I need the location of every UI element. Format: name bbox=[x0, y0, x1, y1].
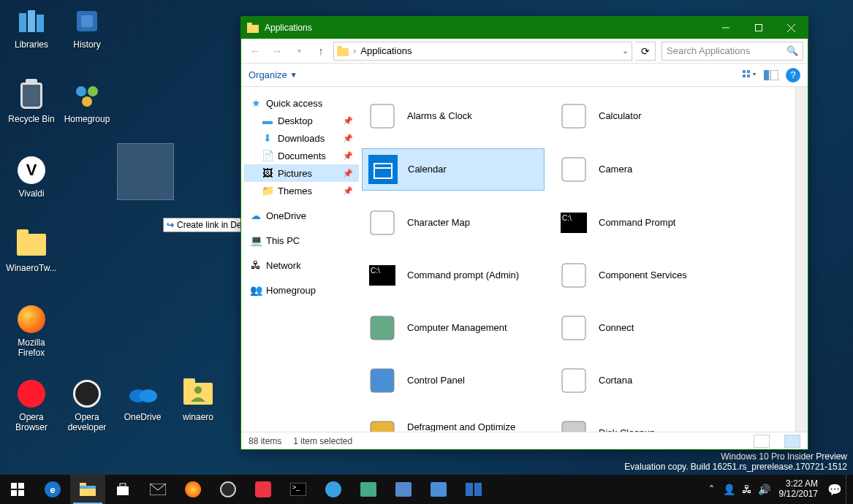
nav-onedrive[interactable]: ☁ OneDrive bbox=[244, 207, 359, 224]
address-bar[interactable]: › Applications ⌄ bbox=[333, 42, 632, 61]
large-icons-view-button[interactable] bbox=[784, 435, 800, 448]
search-input[interactable]: Search Applications 🔍 bbox=[661, 42, 803, 61]
content-area[interactable]: Alarms & ClockCalculatorCalendarCameraCh… bbox=[362, 87, 795, 432]
app-item[interactable]: Component Services bbox=[553, 255, 736, 296]
tray-people[interactable]: 👤 bbox=[721, 484, 738, 495]
desktop-icon-opera[interactable]: Opera Browser bbox=[6, 377, 57, 433]
svg-rect-24 bbox=[770, 70, 778, 80]
app-icon bbox=[368, 366, 397, 395]
taskbar-edge[interactable]: e bbox=[35, 475, 70, 504]
taskbar-mail[interactable] bbox=[140, 475, 175, 504]
app-item[interactable]: C:\Command prompt (Admin) bbox=[362, 255, 545, 296]
documents-icon: 📄 bbox=[262, 150, 273, 161]
tray-volume-icon[interactable]: 🔊 bbox=[756, 484, 773, 495]
app-label: Defragment and Optimize Drives bbox=[407, 421, 539, 432]
svg-rect-44 bbox=[11, 490, 17, 496]
desktop-icon-firefox[interactable]: Mozilla Firefox bbox=[6, 302, 57, 359]
desktop-icon: ▬ bbox=[262, 115, 273, 126]
desktop-icon-history[interactable]: History bbox=[61, 4, 113, 50]
search-icon[interactable]: 🔍 bbox=[786, 45, 798, 56]
show-desktop-button[interactable] bbox=[846, 475, 850, 504]
desktop-icon-winaerotw[interactable]: WinaeroTw... bbox=[6, 228, 57, 273]
organize-menu[interactable]: Organize▼ bbox=[249, 69, 297, 80]
svg-rect-33 bbox=[371, 316, 394, 340]
taskbar-opera[interactable] bbox=[211, 475, 246, 504]
app-item[interactable]: Calendar bbox=[362, 148, 545, 191]
app-item[interactable]: Computer Management bbox=[362, 308, 545, 348]
app-item[interactable]: Defragment and Optimize Drives bbox=[362, 413, 545, 432]
start-button[interactable] bbox=[0, 475, 35, 504]
app-item[interactable]: Connect bbox=[553, 308, 736, 348]
app-item[interactable]: Control Panel bbox=[362, 360, 545, 401]
taskbar-app2[interactable] bbox=[351, 475, 386, 504]
explorer-window: Applications ← → ▾ ↑ › Applications ⌄ ⟳ … bbox=[240, 16, 808, 450]
recent-dropdown[interactable]: ▾ bbox=[289, 42, 308, 61]
taskbar-cmd[interactable]: >_ bbox=[281, 475, 316, 504]
app-label: Computer Management bbox=[407, 322, 507, 334]
nav-quick-access[interactable]: ★ Quick access bbox=[244, 94, 359, 112]
chevron-down-icon[interactable]: ⌄ bbox=[622, 46, 629, 56]
desktop-icon-winaero-user[interactable]: winaero bbox=[173, 377, 224, 422]
minimize-button[interactable] bbox=[709, 17, 742, 39]
desktop-icon-libraries[interactable]: Libraries bbox=[6, 4, 57, 50]
app-label: Control Panel bbox=[407, 375, 465, 386]
breadcrumb[interactable]: Applications bbox=[360, 45, 412, 56]
app-item[interactable]: Camera bbox=[553, 148, 736, 191]
app-item[interactable]: Character Map bbox=[362, 202, 545, 243]
taskbar-explorer[interactable] bbox=[70, 475, 105, 504]
taskbar-app3[interactable] bbox=[386, 475, 421, 504]
vertical-scrollbar[interactable] bbox=[795, 87, 808, 432]
maximize-button[interactable] bbox=[742, 17, 775, 39]
desktop-icon-label: winaero bbox=[173, 412, 224, 422]
app-icon bbox=[559, 102, 588, 131]
taskbar-app4[interactable] bbox=[421, 475, 456, 504]
desktop-icon-homegroup[interactable]: Homegroup bbox=[61, 79, 113, 124]
desktop-icon-recycle-bin[interactable]: Recycle Bin bbox=[6, 79, 57, 124]
tray-action-center[interactable]: 💬 bbox=[824, 483, 846, 497]
refresh-button[interactable]: ⟳ bbox=[635, 42, 656, 61]
svg-rect-55 bbox=[466, 483, 473, 496]
desktop-icon-onedrive[interactable]: OneDrive bbox=[117, 377, 168, 422]
taskbar-firefox[interactable] bbox=[175, 475, 211, 504]
nav-network[interactable]: 🖧 Network bbox=[244, 256, 359, 274]
app-icon: C:\ bbox=[559, 208, 588, 237]
up-button[interactable]: ↑ bbox=[311, 42, 330, 61]
app-item[interactable]: Cortana bbox=[553, 360, 736, 401]
nav-documents[interactable]: 📄 Documents 📌 bbox=[244, 147, 359, 164]
app-item[interactable]: Calculator bbox=[553, 96, 736, 137]
details-view-button[interactable] bbox=[754, 435, 770, 448]
nav-downloads[interactable]: ⬇ Downloads 📌 bbox=[244, 129, 359, 147]
app-item[interactable]: Disk Cleanup bbox=[553, 413, 736, 432]
taskbar-vivaldi[interactable] bbox=[246, 475, 281, 504]
desktop-icon-label: Opera Browser bbox=[6, 412, 57, 433]
close-button[interactable] bbox=[775, 17, 808, 39]
onedrive-icon: ☁ bbox=[250, 210, 262, 221]
app-icon bbox=[559, 419, 588, 432]
nav-themes[interactable]: 📁 Themes 📌 bbox=[244, 182, 359, 199]
tray-overflow[interactable]: ˄ bbox=[703, 484, 721, 495]
app-item[interactable]: Alarms & Clock bbox=[362, 96, 545, 137]
tray-time: 3:22 AM bbox=[779, 479, 818, 489]
network-icon: 🖧 bbox=[250, 259, 262, 271]
preview-pane-button[interactable] bbox=[761, 66, 781, 84]
desktop-icon-vivaldi[interactable]: V Vivaldi bbox=[6, 153, 57, 199]
taskbar-app1[interactable] bbox=[316, 475, 351, 504]
window-title: Applications bbox=[265, 23, 709, 33]
svg-point-7 bbox=[82, 96, 92, 107]
app-item[interactable]: C:\Command Prompt bbox=[553, 202, 736, 243]
tray-clock[interactable]: 3:22 AM 9/12/2017 bbox=[773, 479, 824, 500]
nav-pictures[interactable]: 🖼 Pictures 📌 bbox=[244, 164, 359, 182]
folder-icon: 📁 bbox=[262, 185, 273, 196]
status-bar: 88 items 1 item selected bbox=[241, 432, 808, 449]
titlebar[interactable]: Applications bbox=[241, 17, 808, 39]
taskbar-store[interactable] bbox=[105, 475, 140, 504]
tray-network-icon[interactable]: 🖧 bbox=[738, 484, 756, 495]
nav-homegroup[interactable]: 👥 Homegroup bbox=[244, 281, 359, 299]
taskbar-far[interactable] bbox=[456, 475, 491, 504]
view-options-button[interactable] bbox=[739, 66, 759, 84]
svg-rect-25 bbox=[371, 104, 394, 128]
nav-desktop[interactable]: ▬ Desktop 📌 bbox=[244, 112, 359, 129]
nav-this-pc[interactable]: 💻 This PC bbox=[244, 232, 359, 249]
help-button[interactable]: ? bbox=[786, 68, 800, 83]
desktop-icon-opera-dev[interactable]: Opera developer bbox=[61, 377, 113, 433]
